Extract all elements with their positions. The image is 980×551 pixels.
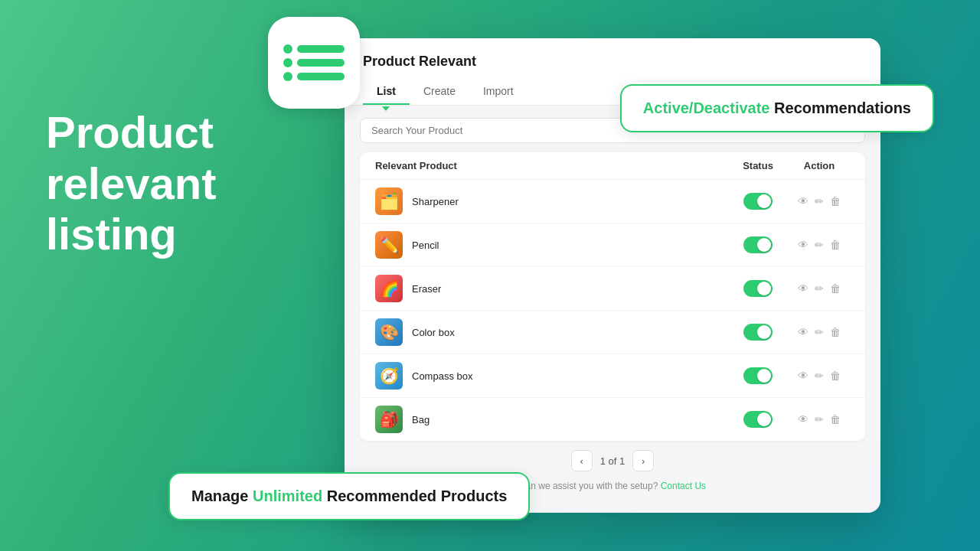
status-toggle[interactable] <box>743 411 773 428</box>
next-page-button[interactable]: › <box>632 450 654 471</box>
view-icon[interactable]: 👁 <box>798 413 808 425</box>
col-header-action: Action <box>789 160 850 171</box>
action-wrap: 👁 ✏ 🗑 <box>789 239 850 251</box>
app-icon <box>268 17 360 109</box>
status-toggle-wrap <box>727 367 789 384</box>
product-name: Sharpener <box>412 196 459 207</box>
table-row: 🌈 Eraser 👁 ✏ 🗑 <box>360 267 865 311</box>
action-wrap: 👁 ✏ 🗑 <box>789 195 850 207</box>
callout-bottom-unlimited: Unlimited <box>253 487 322 504</box>
product-thumb-emoji: 🎨 <box>380 323 399 341</box>
action-wrap: 👁 ✏ 🗑 <box>789 282 850 295</box>
page-info: 1 of 1 <box>600 455 626 467</box>
tab-import[interactable]: Import <box>469 79 528 105</box>
product-info: 🧭 Compass box <box>375 362 727 390</box>
tab-list[interactable]: List <box>363 79 410 105</box>
product-thumbnail: 🎒 <box>375 406 403 433</box>
product-thumb-emoji: 🌈 <box>380 279 399 298</box>
product-thumbnail: 🌈 <box>375 275 403 302</box>
product-name: Bag <box>412 414 430 425</box>
callout-top-green: Active/Deactivate <box>643 99 770 116</box>
action-wrap: 👁 ✏ 🗑 <box>789 370 850 382</box>
icon-circle <box>283 44 292 54</box>
status-toggle[interactable] <box>743 367 773 384</box>
status-toggle-wrap <box>727 411 789 428</box>
product-info: 🌈 Eraser <box>375 275 727 302</box>
product-thumb-emoji: 🎒 <box>380 410 399 429</box>
product-thumbnail: 🎨 <box>375 318 403 346</box>
callout-bottom-manage: Manage <box>191 487 248 504</box>
hero-line3: listing <box>46 209 216 260</box>
delete-icon[interactable]: 🗑 <box>830 326 841 338</box>
icon-circle <box>283 58 292 67</box>
table-row: 🧭 Compass box 👁 ✏ 🗑 <box>360 354 865 398</box>
product-thumbnail: ✏️ <box>375 231 403 259</box>
icon-line <box>297 59 345 67</box>
status-toggle[interactable] <box>743 324 773 341</box>
status-toggle[interactable] <box>743 193 773 210</box>
edit-icon[interactable]: ✏ <box>815 282 824 295</box>
product-name: Compass box <box>412 370 472 382</box>
table-row: 🎒 Bag 👁 ✏ 🗑 <box>360 398 865 441</box>
action-wrap: 👁 ✏ 🗑 <box>789 326 850 338</box>
delete-icon[interactable]: 🗑 <box>830 370 841 382</box>
table-header: Relevant Product Status Action <box>360 152 865 180</box>
table-row: 🗂️ Sharpener 👁 ✏ 🗑 <box>360 180 865 223</box>
product-thumb-emoji: 🧭 <box>380 367 399 385</box>
view-icon[interactable]: 👁 <box>798 282 808 295</box>
edit-icon[interactable]: ✏ <box>815 370 824 382</box>
product-name: Eraser <box>412 283 441 295</box>
edit-icon[interactable]: ✏ <box>815 195 824 207</box>
view-icon[interactable]: 👁 <box>798 239 808 251</box>
status-toggle-wrap <box>727 324 789 341</box>
product-thumb-emoji: ✏️ <box>380 236 399 254</box>
status-toggle[interactable] <box>743 280 773 297</box>
delete-icon[interactable]: 🗑 <box>830 239 841 251</box>
edit-icon[interactable]: ✏ <box>815 326 824 338</box>
status-toggle-wrap <box>727 193 789 210</box>
edit-icon[interactable]: ✏ <box>815 239 824 251</box>
callout-active-deactivate: Active/Deactivate Recommendations <box>620 84 934 132</box>
icon-bar-2 <box>283 58 345 67</box>
icon-line <box>297 73 345 80</box>
hero-line2: relevant <box>46 158 216 210</box>
delete-icon[interactable]: 🗑 <box>830 195 841 207</box>
status-toggle-wrap <box>727 236 789 253</box>
panel-title: Product Relevant <box>363 54 862 70</box>
hero-text: Product relevant listing <box>46 107 216 260</box>
status-toggle[interactable] <box>743 236 773 253</box>
col-header-product: Relevant Product <box>375 160 727 171</box>
callout-bottom-recommended: Recommended <box>327 487 436 504</box>
edit-icon[interactable]: ✏ <box>815 413 824 425</box>
hero-line1: Product <box>46 107 216 158</box>
panel-body: Relevant Product Status Action 🗂️ Sharpe… <box>345 106 880 510</box>
table-rows: 🗂️ Sharpener 👁 ✏ 🗑 ✏️ Pencil <box>360 180 865 441</box>
product-thumb-emoji: 🗂️ <box>380 192 399 210</box>
prev-page-button[interactable]: ‹ <box>571 450 593 471</box>
tab-create[interactable]: Create <box>410 79 469 105</box>
product-thumbnail: 🗂️ <box>375 187 403 215</box>
delete-icon[interactable]: 🗑 <box>830 413 841 425</box>
callout-bottom-products: Products <box>441 487 508 504</box>
col-header-status: Status <box>727 160 789 171</box>
icon-bar-3 <box>283 72 345 81</box>
product-info: ✏️ Pencil <box>375 231 727 259</box>
product-name: Color box <box>412 327 455 338</box>
product-table: Relevant Product Status Action 🗂️ Sharpe… <box>360 152 865 441</box>
product-info: 🎒 Bag <box>375 406 727 433</box>
icon-circle <box>283 72 292 81</box>
view-icon[interactable]: 👁 <box>798 370 808 382</box>
contact-us-link[interactable]: Contact Us <box>661 481 706 491</box>
icon-bar-1 <box>283 44 345 54</box>
product-name: Pencil <box>412 240 439 251</box>
tab-indicator <box>382 106 390 111</box>
callout-top-bold: Recommendations <box>774 99 911 116</box>
delete-icon[interactable]: 🗑 <box>830 282 841 295</box>
view-icon[interactable]: 👁 <box>798 326 808 338</box>
table-row: 🎨 Color box 👁 ✏ 🗑 <box>360 311 865 354</box>
icon-line <box>297 45 345 53</box>
product-info: 🎨 Color box <box>375 318 727 346</box>
view-icon[interactable]: 👁 <box>798 195 808 207</box>
status-toggle-wrap <box>727 280 789 297</box>
product-info: 🗂️ Sharpener <box>375 187 727 215</box>
